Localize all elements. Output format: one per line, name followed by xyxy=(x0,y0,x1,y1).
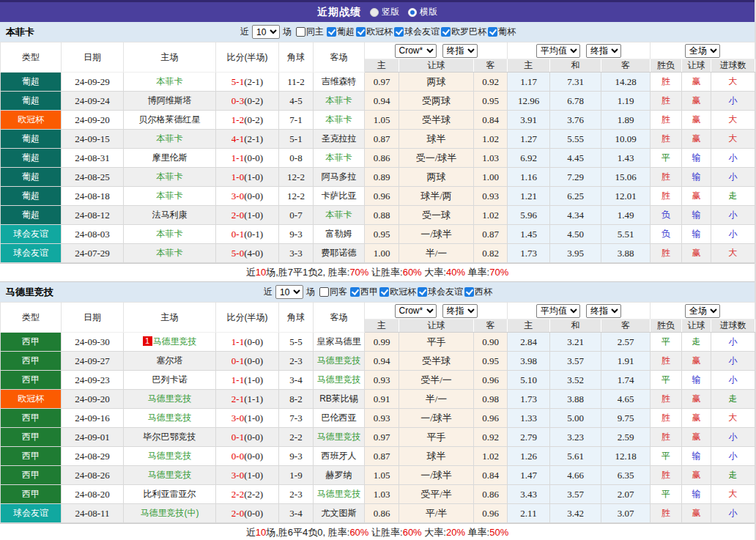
match-row: 西甲24-08-26马德里竞技3-0(1-0)1-9赫罗纳1.05一/球半0.8… xyxy=(1,466,755,485)
checkbox-icon[interactable] xyxy=(350,287,360,297)
avg-home-cell: 3.43 xyxy=(508,485,550,504)
handicap-result-cell: 输 xyxy=(682,149,711,168)
away-odds-cell: 0.84 xyxy=(474,466,508,485)
page-title: 近期战绩 xyxy=(317,6,361,19)
full-match-scope-select[interactable]: 全场 xyxy=(685,304,720,318)
league-filter[interactable]: 西甲 xyxy=(350,286,378,298)
away-odds-cell: 1.02 xyxy=(474,206,508,225)
away-team-name: 卡萨比亚 xyxy=(322,191,357,201)
summary-segment: 大率: xyxy=(422,527,446,538)
checkbox-icon[interactable] xyxy=(327,27,336,37)
match-type-cell: 葡超 xyxy=(1,206,62,225)
date-cell: 24-09-29 xyxy=(62,73,124,92)
odds-source-select[interactable]: Crow* xyxy=(395,304,437,318)
home-team-cell: 马德里竞技 xyxy=(124,447,216,466)
avg-away-cell: 1.19 xyxy=(601,92,651,111)
checkbox-icon[interactable] xyxy=(418,287,427,297)
league-filter[interactable]: 欧罗巴杯 xyxy=(441,26,486,38)
match-type-cell: 葡超 xyxy=(1,73,62,92)
league-filter[interactable]: 欧冠杯 xyxy=(356,26,393,38)
home-odds-cell: 1.00 xyxy=(365,244,399,263)
full-time-score: 1-1 xyxy=(231,374,244,385)
sub-column-header: 客 xyxy=(601,319,651,333)
final-odds-select[interactable]: 终指 xyxy=(586,304,621,318)
same-side-label: 同主 xyxy=(306,26,324,38)
away-team-cell: 巴伦西亚 xyxy=(314,409,365,428)
results-table: 类型日期主场比分(半场)角球客场Crow*终指平均值终指全场 主让球客主和客胜负… xyxy=(0,302,755,523)
away-team-name: 巴伦西亚 xyxy=(322,413,357,423)
league-filter[interactable]: 葡杯 xyxy=(488,26,516,38)
final-odds-select[interactable]: 终指 xyxy=(442,44,478,58)
score-cell: 2-1(1-1) xyxy=(216,390,279,409)
away-team-cell: 本菲卡 xyxy=(314,206,365,225)
team-section: 马德里竞技 近10场同客西甲欧冠杯球会友谊西杯 类型日期主场比分(半场)角球客场… xyxy=(0,282,755,540)
avg-home-cell: 1.16 xyxy=(508,168,550,187)
corner-cell: 3-3 xyxy=(279,244,314,263)
home-team-name: 比利亚雷亚尔 xyxy=(144,489,196,499)
same-side-filter[interactable]: 同客 xyxy=(319,286,347,298)
league-filter[interactable]: 西杯 xyxy=(464,286,492,298)
recent-count-select[interactable]: 10 xyxy=(275,285,303,299)
summary-segment: 50% xyxy=(489,527,508,538)
away-team-name: 马德里竞技 xyxy=(317,374,361,385)
result-cell: 胜 xyxy=(651,390,682,409)
column-header: 主场 xyxy=(124,303,216,333)
match-row: 葡超24-09-15本菲卡4-1(2-1)5-1圣克拉拉0.87球半1.021.… xyxy=(1,130,755,149)
home-team-cell: 博阿维斯塔 xyxy=(124,92,216,111)
recent-count-select[interactable]: 10 xyxy=(252,25,280,39)
checkbox-icon[interactable] xyxy=(296,27,305,37)
half-time-score: (4-0) xyxy=(244,248,263,259)
home-team-cell: 马德里竞技(中) xyxy=(124,504,216,523)
home-odds-cell: 0.88 xyxy=(365,206,399,225)
final-odds-select[interactable]: 终指 xyxy=(586,44,621,58)
column-header: 比分(半场) xyxy=(216,42,279,73)
avg-draw-cell: 3.42 xyxy=(550,504,601,523)
league-filter[interactable]: 欧冠杯 xyxy=(379,286,416,298)
avg-away-cell: 1.91 xyxy=(601,352,651,371)
summary-segment: 场,胜7平1负2, 胜率: xyxy=(266,267,349,278)
average-odds-select[interactable]: 平均值 xyxy=(536,304,580,318)
home-odds-cell: 0.97 xyxy=(365,428,399,447)
avg-draw-cell: 5.61 xyxy=(550,447,601,466)
summary-segment: 单率: xyxy=(465,527,489,538)
match-type-cell: 球会友谊 xyxy=(1,225,62,244)
layout-radio-vertical[interactable]: 竖版 xyxy=(370,6,399,18)
league-filter[interactable]: 球会友谊 xyxy=(418,286,463,298)
corner-cell: 0-8 xyxy=(279,149,314,168)
checkbox-icon[interactable] xyxy=(394,27,404,37)
league-filter[interactable]: 葡超 xyxy=(327,26,355,38)
away-odds-cell: 0.92 xyxy=(474,428,508,447)
odds-source-select[interactable]: Crow* xyxy=(395,44,437,58)
result-cell: 负 xyxy=(651,206,682,225)
league-filter[interactable]: 球会友谊 xyxy=(394,26,440,38)
away-odds-cell: 0.90 xyxy=(474,333,508,352)
corner-cell: 4-5 xyxy=(279,92,314,111)
score-cell: 0-3(0-2) xyxy=(216,92,279,111)
corner-cell: 3-4 xyxy=(279,504,314,523)
avg-home-cell: 5.96 xyxy=(508,206,550,225)
goals-result-cell: 大 xyxy=(711,111,755,130)
summary-segment: 60% xyxy=(403,527,422,538)
checkbox-icon[interactable] xyxy=(379,287,389,297)
final-odds-select[interactable]: 终指 xyxy=(442,304,478,318)
radio-icon[interactable] xyxy=(408,8,417,17)
away-team-name: 圣克拉拉 xyxy=(322,133,357,144)
handicap-result-cell: 赢 xyxy=(682,187,711,206)
home-odds-cell: 0.93 xyxy=(365,409,399,428)
score-cell: 1-2(0-2) xyxy=(216,111,279,130)
layout-radio-horizontal[interactable]: 横版 xyxy=(408,6,437,18)
checkbox-icon[interactable] xyxy=(488,27,497,37)
radio-icon[interactable] xyxy=(370,8,379,17)
corner-cell: 11-2 xyxy=(279,73,314,92)
result-cell: 胜 xyxy=(651,73,682,92)
checkbox-icon[interactable] xyxy=(319,287,329,297)
games-label: 场 xyxy=(283,26,292,38)
full-match-scope-select[interactable]: 全场 xyxy=(685,44,720,58)
home-team-name: 博阿维斯塔 xyxy=(148,95,192,106)
average-odds-select[interactable]: 平均值 xyxy=(536,44,580,58)
checkbox-icon[interactable] xyxy=(356,27,366,37)
checkbox-icon[interactable] xyxy=(441,27,451,37)
same-side-filter[interactable]: 同主 xyxy=(296,26,324,38)
home-odds-cell: 0.93 xyxy=(365,371,399,390)
checkbox-icon[interactable] xyxy=(464,287,474,297)
